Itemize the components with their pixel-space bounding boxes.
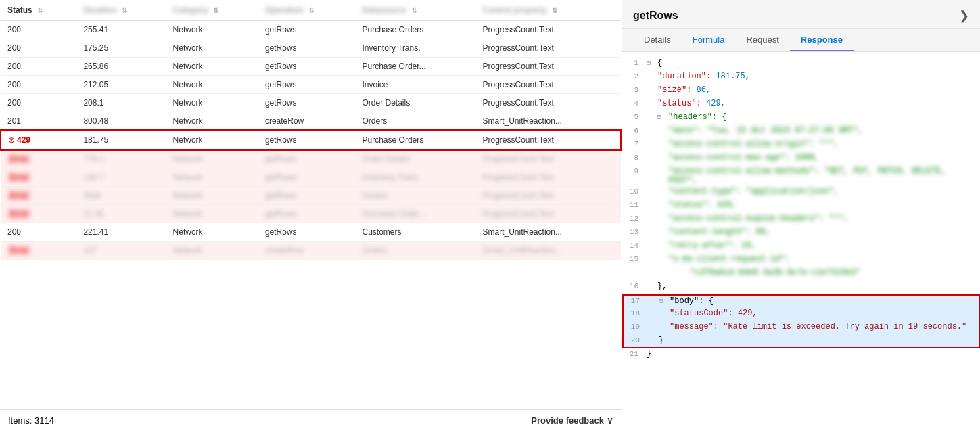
collapse-icon[interactable]: ⊟ — [659, 298, 667, 305]
cell-datasource: Orders — [356, 112, 476, 131]
code-line: 16}, — [622, 281, 980, 294]
cell-status: 200 — [1, 76, 76, 94]
col-datasource[interactable]: Datasource ⇅ — [356, 0, 476, 21]
line-content: } — [648, 336, 663, 345]
cell-category: Network — [166, 168, 258, 187]
cell-datasource: Orders — [356, 242, 476, 260]
line-text: } — [659, 336, 663, 345]
code-line: 5⊟ "headers": { — [622, 112, 980, 125]
provide-feedback-button[interactable]: Provide feedback ∨ — [531, 415, 613, 426]
cell-status: 200 — [1, 39, 76, 58]
table-row[interactable]: 200265.86NetworkgetRowsPurchase Order...… — [1, 58, 621, 76]
line-content: "message": "Rate limit is exceeded. Try … — [648, 322, 966, 332]
table-row[interactable]: 201800.48NetworkcreateRowOrdersSmart_Uni… — [1, 112, 621, 131]
cell-status: Error — [1, 150, 76, 168]
cell-control_property: ProgressCount.Text — [476, 131, 621, 150]
table-row[interactable]: Error779.1NetworkgetRowsOrder DetailsPro… — [1, 150, 621, 168]
code-line: 19"message": "Rate limit is exceeded. Tr… — [622, 321, 980, 335]
table-row[interactable]: 200212.05NetworkgetRowsInvoiceProgressCo… — [1, 76, 621, 94]
cell-status: 200 — [1, 58, 76, 76]
cell-category: Network — [166, 39, 258, 58]
table-row[interactable]: 200255.41NetworkgetRowsPurchase OrdersPr… — [1, 21, 621, 39]
sort-icon-operation: ⇅ — [308, 7, 314, 14]
cell-datasource: Inventory Trans. — [356, 39, 476, 58]
cell-status: 200 — [1, 223, 76, 242]
col-operation[interactable]: Operation ⇅ — [258, 0, 356, 21]
line-content: "c2f8a6cd-b9e6-4a3b-9c7e-c1e7315b3" — [647, 268, 860, 277]
panel-title: getRows — [633, 9, 678, 22]
col-status[interactable]: Status ⇅ — [1, 0, 76, 21]
cell-duration: 148.7 — [76, 168, 166, 187]
line-number: 1 — [628, 58, 647, 67]
table-row[interactable]: Error148.7NetworkgetRowsInventory Trans.… — [1, 168, 621, 187]
code-line: 6"date": "Tue, 15 Oct 2023 07:27:05 GMT"… — [622, 125, 980, 139]
cell-category: Network — [166, 187, 258, 205]
cell-control_property: ProgressCount.Text — [476, 76, 621, 94]
line-text: "access-control-allow-origin": "*", — [668, 139, 839, 149]
line-text: "headers": { — [668, 112, 726, 122]
cell-status: Error — [1, 205, 76, 223]
cell-duration: 208.1 — [76, 94, 166, 112]
close-panel-icon[interactable]: ❯ — [959, 8, 969, 23]
cell-duration: 221.41 — [76, 223, 166, 242]
line-content: "status": 429, — [647, 200, 737, 210]
line-number: 18 — [629, 309, 648, 317]
col-duration[interactable]: Duration ⇅ — [76, 0, 166, 21]
cell-category: Network — [166, 58, 258, 76]
line-text: "x-ms-client-request-id": — [668, 254, 790, 264]
cell-category: Network — [166, 242, 258, 260]
cell-datasource: Inventory Trans. — [356, 168, 476, 187]
line-number: 10 — [628, 187, 647, 196]
tab-details[interactable]: Details — [633, 29, 682, 51]
cell-control_property: ProgressCount.Text — [476, 21, 621, 39]
line-text: "content-length": 86, — [668, 227, 770, 237]
code-line: 15"x-ms-client-request-id": — [622, 254, 980, 267]
table-row[interactable]: Error107NetworkcreateRowOrdersSmart_Unit… — [1, 242, 621, 260]
line-number: 9 — [628, 166, 647, 175]
table-row[interactable]: Error21.46NetworkgetRowsPurchase Order..… — [1, 205, 621, 223]
line-text: "date": "Tue, 15 Oct 2023 07:27:05 GMT", — [668, 126, 863, 135]
line-text: "body": { — [670, 296, 714, 306]
line-content: "date": "Tue, 15 Oct 2023 07:27:05 GMT", — [647, 126, 863, 135]
cell-control_property: ProgressCount.Text — [476, 150, 621, 168]
cell-operation: getRows — [258, 58, 356, 76]
left-panel: Status ⇅ Duration ⇅ Category ⇅ Operation… — [0, 0, 622, 431]
cell-duration: 107 — [76, 242, 166, 260]
line-content: "access-control-max-age": 1000, — [647, 153, 819, 162]
cell-category: Network — [166, 112, 258, 131]
line-content: "retry-after": 19, — [647, 241, 756, 250]
table-row[interactable]: 200208.1NetworkgetRowsOrder DetailsProgr… — [1, 94, 621, 112]
table-row[interactable]: ⊗429181.75NetworkgetRowsPurchase OrdersP… — [1, 131, 621, 150]
table-row[interactable]: 200221.41NetworkgetRowsCustomersSmart_Un… — [1, 223, 621, 242]
cell-datasource: Invoice — [356, 187, 476, 205]
code-line: 14"retry-after": 19, — [622, 240, 980, 254]
tab-response[interactable]: Response — [790, 29, 854, 51]
response-code-area[interactable]: 1⊟ {2"duration": 181.75,3"size": 86,4"st… — [622, 52, 980, 431]
cell-operation: getRows — [258, 21, 356, 39]
cell-category: Network — [166, 150, 258, 168]
col-control-property[interactable]: Control property ⇅ — [476, 0, 621, 21]
collapse-icon[interactable]: ⊟ — [647, 60, 655, 67]
code-line: 3"size": 86, — [622, 85, 980, 98]
table-row[interactable]: ErrorNtwkNetworkgetRowsInvoiceProgressCo… — [1, 187, 621, 205]
cell-control_property: ProgressCount.Text — [476, 58, 621, 76]
code-line: "c2f8a6cd-b9e6-4a3b-9c7e-c1e7315b3" — [622, 267, 980, 281]
table-row[interactable]: 200175.25NetworkgetRowsInventory Trans.P… — [1, 39, 621, 58]
cell-datasource: Order Details — [356, 94, 476, 112]
cell-duration: 21.46 — [76, 205, 166, 223]
collapse-icon[interactable]: ⊟ — [657, 114, 666, 121]
code-line: 8"access-control-max-age": 1000, — [622, 152, 980, 166]
col-category[interactable]: Category ⇅ — [166, 0, 258, 21]
items-count: Items: 3114 — [8, 415, 54, 426]
code-line: 18"statusCode": 429, — [622, 308, 980, 321]
tab-formula[interactable]: Formula — [682, 29, 736, 51]
cell-duration: 212.05 — [76, 76, 166, 94]
line-number: 2 — [628, 72, 647, 81]
tab-request[interactable]: Request — [735, 29, 789, 51]
cell-duration: 800.48 — [76, 112, 166, 131]
cell-control_property: Smart_UnitReaction... — [476, 223, 621, 242]
line-number: 7 — [628, 139, 647, 148]
code-line: 2"duration": 181.75, — [622, 71, 980, 85]
line-text: } — [647, 349, 651, 359]
table-wrapper[interactable]: Status ⇅ Duration ⇅ Category ⇅ Operation… — [0, 0, 622, 409]
